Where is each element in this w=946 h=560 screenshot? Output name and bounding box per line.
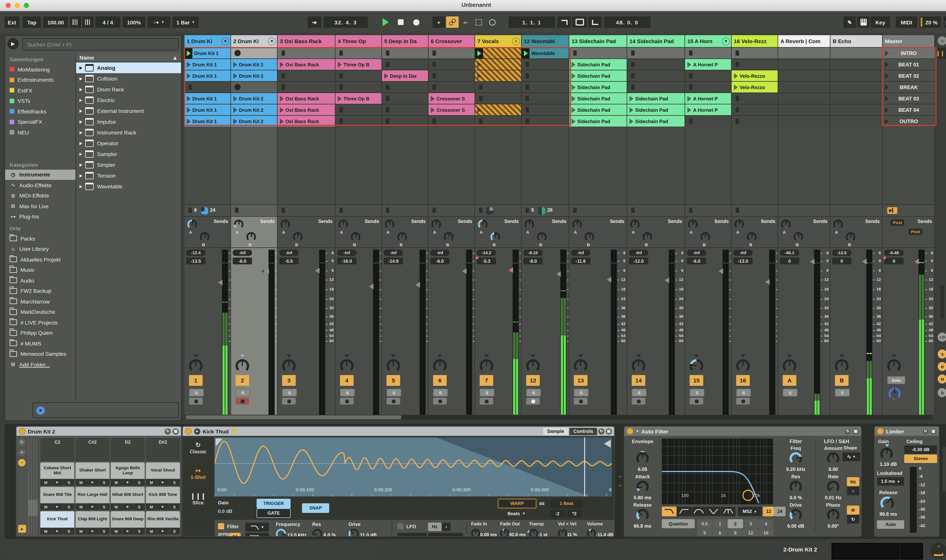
volume-knob[interactable]: [587, 529, 596, 537]
launch-quantization-menu[interactable]: 1 Bar ▼: [173, 17, 199, 28]
lookahead-menu[interactable]: 1.5 ms ▼: [877, 477, 904, 486]
device-fold-icon[interactable]: ▼: [636, 429, 639, 433]
tab-controls[interactable]: Controls: [569, 428, 597, 435]
sidebar-item-marcnarrow[interactable]: MarcNarrow: [5, 296, 75, 307]
track-header[interactable]: 12 Wavetabl: [522, 35, 569, 47]
loop-switch-icon[interactable]: [572, 17, 587, 28]
pad-solo-button[interactable]: S: [169, 528, 180, 534]
scene-launch-icon[interactable]: [885, 118, 889, 124]
send-a-post-toggle[interactable]: Post: [891, 220, 904, 226]
clip-slot[interactable]: Drum Kit 2: [231, 104, 277, 115]
solo-button[interactable]: S: [632, 389, 647, 397]
clip-slot[interactable]: [475, 81, 522, 92]
clip-slot[interactable]: [627, 70, 685, 81]
browser-device-sampler[interactable]: Sampler: [76, 149, 181, 159]
clip-launch-icon[interactable]: [478, 73, 481, 78]
scene-launch-icon[interactable]: [885, 96, 889, 102]
clip-playing-icon[interactable]: [475, 48, 483, 58]
clip-launch-icon[interactable]: [478, 62, 481, 67]
solo-button[interactable]: S: [340, 389, 355, 397]
track-header[interactable]: 1 Drum Ki▼: [185, 35, 231, 47]
send-b-knob[interactable]: [351, 232, 361, 242]
sidebar-item-audio[interactable]: Audio: [5, 275, 75, 286]
clip-slot[interactable]: Sidechain Pad: [569, 58, 627, 70]
clip-slot[interactable]: [685, 70, 732, 81]
track-activator-button[interactable]: A: [783, 375, 797, 386]
pad-mute-button[interactable]: M: [146, 528, 157, 534]
clip-launch-icon[interactable]: [629, 107, 633, 113]
clip-playing-icon[interactable]: [522, 48, 530, 58]
auto-release-button[interactable]: Auto: [877, 520, 904, 529]
clip-slot[interactable]: [627, 58, 685, 70]
arm-button[interactable]: [574, 398, 587, 405]
quantize-16[interactable]: 16: [758, 528, 773, 537]
save-preset-icon[interactable]: ▣: [852, 428, 859, 434]
solo-button[interactable]: S: [736, 389, 751, 397]
track-header[interactable]: 2 Drum Ki▼: [231, 35, 277, 47]
clip-slot[interactable]: [382, 115, 428, 126]
clip[interactable]: Sidechain Pad: [569, 93, 627, 104]
solo-button[interactable]: S: [574, 389, 589, 397]
lfo-shape-menu[interactable]: ∿▼: [842, 452, 860, 461]
volume-fader-handle[interactable]: [369, 284, 373, 289]
clip-slot[interactable]: [475, 58, 522, 70]
pad-mute-button[interactable]: M: [111, 503, 122, 510]
attack-knob[interactable]: [636, 481, 649, 493]
sidebar-item--mums[interactable]: # MUMS: [5, 338, 75, 349]
pad-mute-button[interactable]: M: [146, 479, 157, 486]
clip-launch-icon[interactable]: [187, 96, 191, 102]
send-a-knob[interactable]: [524, 220, 534, 229]
hot-swap-icon[interactable]: ↻: [165, 428, 171, 434]
track-chevron-icon[interactable]: ▼: [722, 37, 730, 45]
sidebar-item-music[interactable]: Music: [5, 265, 75, 275]
clip-slot[interactable]: [428, 81, 475, 92]
clip-slot[interactable]: [522, 92, 569, 104]
send-a-knob[interactable]: [735, 220, 744, 229]
volume-field[interactable]: -13.5: [186, 258, 205, 265]
clip-playing-icon[interactable]: [185, 48, 193, 58]
clip-slot[interactable]: [428, 115, 475, 126]
track-activator-button[interactable]: 2: [236, 375, 249, 386]
horizontal-scrollbar[interactable]: [185, 415, 933, 420]
clip[interactable]: A Hornet P: [685, 105, 731, 115]
clip-slot[interactable]: [522, 70, 569, 81]
clip-slot[interactable]: [522, 81, 569, 92]
arm-button[interactable]: [632, 398, 646, 405]
arm-button[interactable]: [387, 398, 400, 405]
tab-sample[interactable]: Sample: [543, 428, 568, 435]
device-activator-led[interactable]: [627, 428, 633, 435]
clip-launch-icon[interactable]: [572, 107, 576, 113]
quantize-5[interactable]: 5: [697, 528, 712, 537]
clip[interactable]: Deep in Dar: [382, 70, 428, 81]
solo-button[interactable]: S: [282, 389, 297, 397]
peak-level-display[interactable]: -Inf: [384, 250, 403, 256]
clip-launch-icon[interactable]: [687, 107, 691, 113]
solo-button[interactable]: S: [526, 389, 541, 397]
filter-type-4[interactable]: [721, 507, 736, 516]
clip-slot[interactable]: Drum Kit 1: [185, 92, 231, 104]
volume-fader-handle[interactable]: [719, 268, 723, 274]
volume-field[interactable]: -12.0: [629, 258, 648, 265]
pad-preview-icon[interactable]: ▸: [157, 479, 168, 486]
freq-knob[interactable]: [790, 452, 802, 465]
clip-slot[interactable]: Drum Kit 1: [185, 47, 231, 58]
filter-type-0[interactable]: [662, 507, 676, 516]
filter-type-3[interactable]: [706, 507, 721, 516]
track-header[interactable]: 5 Deep in Da: [382, 35, 428, 47]
pad-solo-button[interactable]: S: [134, 479, 145, 486]
warp-length-button[interactable]: 1 Beat: [549, 499, 584, 508]
track-header[interactable]: 14 Sidechain Pad: [627, 35, 685, 47]
clip[interactable]: Crossover S: [428, 93, 475, 104]
clip-slot[interactable]: Drum Kit 2: [231, 115, 277, 126]
clip-slot[interactable]: [382, 92, 428, 104]
sidebar-item-audio-effekte[interactable]: ∿Audio-Effekte: [5, 180, 75, 191]
clip-slot[interactable]: [732, 92, 778, 104]
clip-slot[interactable]: [522, 104, 569, 115]
release-value[interactable]: 66.8 ms: [626, 523, 659, 529]
send-b-knob[interactable]: [247, 232, 256, 242]
show-d-section-button[interactable]: D: [938, 388, 946, 397]
arm-button[interactable]: [189, 398, 203, 405]
disk-overload-indicator[interactable]: D: [943, 17, 946, 28]
browser-preview-bar[interactable]: ●: [32, 402, 179, 418]
slope-12-button[interactable]: 12: [218, 533, 229, 537]
